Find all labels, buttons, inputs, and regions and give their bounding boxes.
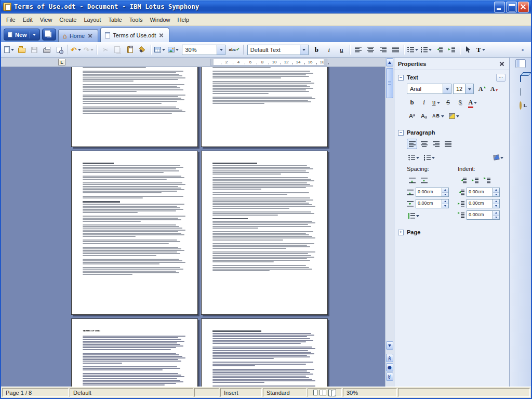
- grow-font-button[interactable]: A: [475, 84, 486, 94]
- close-tab-icon[interactable]: [158, 32, 165, 38]
- close-tab-icon[interactable]: [87, 33, 94, 39]
- app-icon[interactable]: [3, 3, 11, 11]
- font-size-combobox[interactable]: 12: [453, 84, 474, 94]
- spin-up-button[interactable]: [442, 188, 448, 192]
- highlight-color-button[interactable]: [447, 111, 461, 121]
- menu-item-tools[interactable]: Tools: [126, 15, 147, 24]
- underline-button[interactable]: u: [431, 97, 442, 108]
- spin-down-button[interactable]: [442, 204, 448, 208]
- scroll-thumb[interactable]: [386, 68, 393, 98]
- scroll-track[interactable]: [386, 67, 393, 341]
- status-insert-mode[interactable]: Insert: [220, 388, 262, 397]
- spin-up-button[interactable]: [493, 188, 499, 192]
- collapse-section-button[interactable]: −: [398, 75, 404, 81]
- copy-button[interactable]: [112, 44, 124, 56]
- minimize-button[interactable]: [494, 2, 505, 12]
- spin-down-button[interactable]: [493, 204, 499, 208]
- page-thumbnail[interactable]: [71, 151, 198, 315]
- page-thumbnail[interactable]: [201, 318, 328, 387]
- print-preview-button[interactable]: [53, 44, 65, 56]
- spin-down-button[interactable]: [493, 192, 499, 197]
- zoom-dropdown-button[interactable]: [217, 45, 225, 55]
- decrease-indent-button[interactable]: [458, 175, 468, 185]
- align-justify-button[interactable]: [443, 139, 453, 149]
- spin-down-button[interactable]: [442, 192, 448, 197]
- increase-indent-button[interactable]: [470, 175, 480, 185]
- chart-button[interactable]: [520, 89, 521, 95]
- multi-page-layout-button[interactable]: [320, 390, 326, 395]
- document-viewport[interactable]: TERMS OF USE:: [1, 67, 385, 387]
- undo-button[interactable]: ↶: [70, 44, 82, 56]
- underline-button[interactable]: u: [336, 44, 348, 56]
- zoom-combobox[interactable]: 30%: [182, 45, 225, 55]
- menu-item-layout[interactable]: Layout: [80, 15, 104, 24]
- spin-up-button[interactable]: [493, 200, 499, 204]
- size-dropdown-button[interactable]: [465, 84, 473, 94]
- align-justify-button[interactable]: [390, 44, 402, 56]
- menu-item-edit[interactable]: Edit: [19, 15, 36, 24]
- status-page-style[interactable]: Default: [70, 388, 193, 397]
- scroll-down-button[interactable]: [386, 341, 393, 350]
- first-line-indent-spinner[interactable]: 0.00cm: [467, 210, 500, 220]
- insert-table-button[interactable]: [153, 44, 166, 56]
- align-left-button[interactable]: [352, 44, 364, 56]
- menu-item-view[interactable]: View: [36, 15, 56, 24]
- bold-button[interactable]: b: [311, 44, 323, 56]
- menu-item-file[interactable]: File: [3, 15, 19, 24]
- print-button[interactable]: [41, 44, 52, 56]
- menu-item-table[interactable]: Table: [104, 15, 125, 24]
- font-color-button[interactable]: A: [467, 97, 479, 108]
- cube-button[interactable]: [520, 75, 521, 82]
- align-center-button[interactable]: [419, 139, 429, 149]
- previous-page-button[interactable]: ≪: [386, 354, 393, 362]
- spin-down-button[interactable]: [493, 215, 499, 220]
- text-box-button[interactable]: T: [475, 44, 487, 56]
- line-spacing-button[interactable]: [407, 210, 421, 221]
- decrease-indent-button[interactable]: [433, 44, 445, 56]
- menu-item-window[interactable]: Window: [146, 15, 174, 24]
- menu-item-help[interactable]: Help: [174, 15, 193, 24]
- close-panel-button[interactable]: [498, 60, 506, 68]
- status-zoom[interactable]: 30%: [343, 388, 397, 397]
- new-document-button[interactable]: [3, 44, 15, 56]
- first-line-indent-button[interactable]: [482, 175, 492, 185]
- select-pointer-button[interactable]: [462, 44, 474, 56]
- spin-up-button[interactable]: [493, 211, 499, 215]
- insert-graphic-button[interactable]: [167, 44, 180, 56]
- page-thumbnail[interactable]: [201, 151, 328, 315]
- scroll-up-button[interactable]: [386, 58, 393, 66]
- indent-left-spinner[interactable]: 0.00cm: [467, 188, 500, 197]
- clock-button[interactable]: [520, 102, 522, 109]
- spellcheck-button[interactable]: abc✔: [228, 44, 241, 56]
- menu-item-create[interactable]: Create: [56, 15, 80, 24]
- shrink-font-button[interactable]: A: [487, 84, 498, 94]
- style-dropdown-button[interactable]: [300, 45, 308, 55]
- page-thumbnail[interactable]: TERMS OF USE:: [71, 318, 198, 387]
- bullet-list-button[interactable]: [406, 44, 419, 56]
- bold-button[interactable]: b: [407, 97, 417, 108]
- numbered-list-button[interactable]: [422, 152, 436, 163]
- expand-section-button[interactable]: +: [398, 230, 404, 235]
- align-right-button[interactable]: [377, 44, 389, 56]
- strikethrough-button[interactable]: S: [443, 97, 454, 108]
- book-layout-button[interactable]: [328, 390, 336, 395]
- subscript-button[interactable]: Aₐ: [419, 111, 429, 121]
- decrease-spacing-button[interactable]: [419, 175, 429, 185]
- space-above-spinner[interactable]: 0.00cm: [416, 188, 449, 197]
- align-right-button[interactable]: [431, 139, 441, 149]
- status-page-indicator[interactable]: Page 1 / 8: [2, 388, 69, 397]
- paste-button[interactable]: [124, 44, 136, 56]
- tab-terms-of-use[interactable]: Terms of Use.odt: [100, 28, 169, 42]
- open-button[interactable]: [16, 44, 28, 56]
- increase-spacing-button[interactable]: [407, 175, 417, 185]
- character-spacing-button[interactable]: AB: [431, 111, 446, 121]
- next-page-button[interactable]: ≪: [386, 373, 393, 381]
- shadow-button[interactable]: S: [455, 97, 466, 108]
- page-thumbnail[interactable]: [201, 67, 328, 147]
- spin-up-button[interactable]: [442, 200, 448, 204]
- collapse-panel-button[interactable]: [515, 59, 526, 68]
- cut-button[interactable]: ✂: [99, 44, 111, 56]
- font-dropdown-button[interactable]: [443, 84, 451, 94]
- italic-button[interactable]: i: [323, 44, 335, 56]
- documents-button[interactable]: [42, 29, 56, 41]
